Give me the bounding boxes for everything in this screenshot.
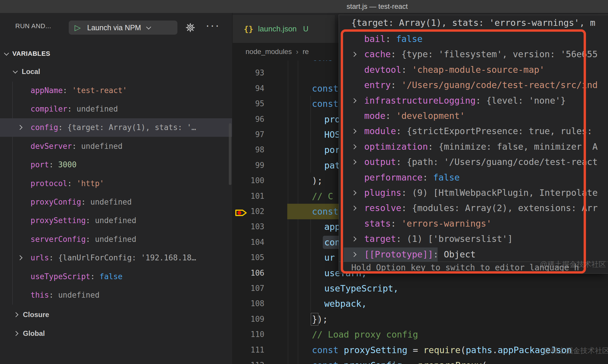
property-colon: :: [433, 249, 444, 259]
line-number[interactable]: 112: [233, 358, 264, 364]
code-line-108[interactable]: 108webpack,: [233, 296, 608, 311]
property-value: (1) ['browserslist']: [407, 234, 513, 244]
chevron-right-icon[interactable]: [352, 144, 357, 149]
variables-section-header[interactable]: VARIABLES: [0, 47, 232, 60]
code-text: ur: [324, 250, 335, 265]
popup-row-entry[interactable]: entry: '/Users/guang/code/test-react/src…: [339, 77, 608, 93]
variable-row-compiler[interactable]: compiler: undefined: [0, 100, 232, 118]
code-line-112[interactable]: 112const proxyConfig = prepareProxy(: [233, 358, 608, 364]
popup-row-text: bail: false: [364, 31, 423, 47]
popup-hint-bar: Hold Option key to switch to editor lang…: [339, 262, 608, 274]
chevron-right-icon[interactable]: [352, 52, 357, 57]
line-number[interactable]: 111: [233, 342, 264, 358]
chevron-right-icon[interactable]: [18, 255, 23, 260]
chevron-right-icon[interactable]: [352, 206, 357, 211]
variable-row-useTypeScript[interactable]: useTypeScript: false: [0, 267, 232, 286]
line-number[interactable]: 102: [233, 204, 264, 219]
chevron-down-icon: [4, 50, 9, 55]
property-name: performance: [364, 172, 423, 183]
line-number[interactable]: 105: [233, 250, 264, 265]
popup-row-resolve[interactable]: resolve: {modules: Array(2), extensions:…: [339, 200, 608, 216]
chevron-right-icon[interactable]: [352, 129, 357, 134]
line-number[interactable]: 94: [233, 81, 264, 96]
breadcrumb-item-node-modules[interactable]: node_modules: [246, 48, 292, 56]
code-line-109[interactable]: 109});: [233, 311, 608, 327]
chevron-right-icon[interactable]: [18, 125, 23, 130]
variable-row-appName[interactable]: appName: 'test-react': [0, 81, 232, 100]
token: const: [312, 99, 338, 109]
variable-row-port[interactable]: port: 3000: [0, 156, 232, 174]
launch-configuration-button[interactable]: ▷ Launch via NPM: [69, 21, 177, 35]
more-actions-button[interactable]: ···: [206, 19, 220, 32]
popup-row-devtool[interactable]: devtool: 'cheap-module-source-map': [339, 62, 608, 77]
popup-row-target[interactable]: target: (1) ['browserslist']: [339, 231, 608, 247]
line-number[interactable]: 93: [233, 65, 264, 81]
token: prepareProxy: [418, 360, 482, 364]
popup-row-output[interactable]: output: {path: '/Users/guang/code/test-r…: [339, 154, 608, 170]
popup-row-infrastructurelogging[interactable]: infrastructureLogging: {level: 'none'}: [339, 93, 608, 108]
line-number[interactable]: 97: [233, 127, 264, 142]
line-number[interactable]: 109: [233, 311, 264, 327]
scope-local[interactable]: Local: [0, 65, 232, 79]
line-number[interactable]: 96: [233, 112, 264, 127]
token: const: [312, 83, 338, 94]
variable-row-protocol[interactable]: protocol: 'http': [0, 174, 232, 193]
breadcrumb-item-leaf[interactable]: re: [303, 48, 309, 56]
variable-row-proxySetting[interactable]: proxySetting: undefined: [0, 211, 232, 230]
scope-closure[interactable]: Closure: [0, 306, 232, 324]
chevron-right-icon[interactable]: [352, 98, 357, 103]
popup-row-performance[interactable]: performance: false: [339, 170, 608, 185]
variable-row-config[interactable]: config: {target: Array(1), stats: '…: [0, 118, 232, 137]
line-number[interactable]: 100: [233, 173, 264, 188]
property-value: 'cheap-module-source-map': [412, 65, 545, 75]
code-text: );: [312, 173, 323, 188]
property-colon: :: [396, 157, 407, 167]
popup-row-stats[interactable]: stats: 'errors-warnings': [339, 216, 608, 231]
token: pat: [324, 160, 340, 171]
property-colon: :: [401, 65, 412, 75]
line-number[interactable]: 108: [233, 296, 264, 311]
scope-global[interactable]: Global: [0, 324, 232, 343]
line-number[interactable]: 104: [233, 235, 264, 250]
line-number[interactable]: 103: [233, 219, 264, 235]
property-colon: :: [385, 34, 396, 44]
code-line-111[interactable]: 111const proxySetting = require(paths.ap…: [233, 342, 608, 358]
property-colon: :: [401, 203, 412, 213]
line-number[interactable]: 98: [233, 142, 264, 158]
popup-row-optimization[interactable]: optimization: {minimize: false, minimize…: [339, 139, 608, 154]
chevron-right-icon[interactable]: [352, 191, 357, 196]
tab-launch-json[interactable]: {} launch.json U: [233, 15, 335, 43]
line-number[interactable]: 110: [233, 327, 264, 342]
popup-row-bail[interactable]: bail: false: [339, 31, 608, 47]
property-value: {strictExportPresence: true, rules:: [407, 126, 592, 136]
popup-row-cache[interactable]: cache: {type: 'filesystem', version: '56…: [339, 47, 608, 62]
line-number[interactable]: 95: [233, 96, 264, 112]
variable-row-devServer[interactable]: devServer: undefined: [0, 137, 232, 155]
code-text: const: [312, 204, 338, 219]
variable-row-proxyConfig[interactable]: proxyConfig: undefined: [0, 193, 232, 211]
token: );: [312, 176, 323, 186]
variable-content: this: undefined: [31, 291, 100, 299]
popup-row-module[interactable]: module: {strictExportPresence: true, rul…: [339, 124, 608, 139]
code-line-107[interactable]: 107useTypeScript,: [233, 281, 608, 296]
line-number[interactable]: 99: [233, 158, 264, 173]
code-line-110[interactable]: 110// Load proxy config: [233, 327, 608, 342]
line-number[interactable]: 101: [233, 188, 264, 204]
popup-row-mode[interactable]: mode: 'development': [339, 108, 608, 124]
sidebar-scrollbar[interactable]: [229, 123, 231, 185]
chevron-right-icon[interactable]: [352, 237, 357, 242]
settings-gear-button[interactable]: [184, 22, 196, 33]
popup-row-plugins[interactable]: plugins: (9) [HtmlWebpackPlugin, Interpo…: [339, 185, 608, 200]
popup-row-text: mode: 'development': [364, 108, 465, 124]
token: }: [312, 314, 317, 324]
variable-row-urls[interactable]: urls: {lanUrlForConfig: '192.168.18…: [0, 249, 232, 267]
property-name: stats: [364, 218, 391, 229]
popup-row-prototype[interactable]: [[Prototype]]: Object: [339, 247, 608, 262]
line-number[interactable]: 107: [233, 281, 264, 296]
variable-row-serverConfig[interactable]: serverConfig: undefined: [0, 230, 232, 248]
chevron-right-icon[interactable]: [352, 160, 357, 165]
line-number[interactable]: 106: [233, 265, 264, 281]
token: .: [492, 345, 498, 355]
variable-row-this[interactable]: this: undefined: [0, 286, 232, 304]
variable-name: serverConfig: [31, 235, 86, 244]
